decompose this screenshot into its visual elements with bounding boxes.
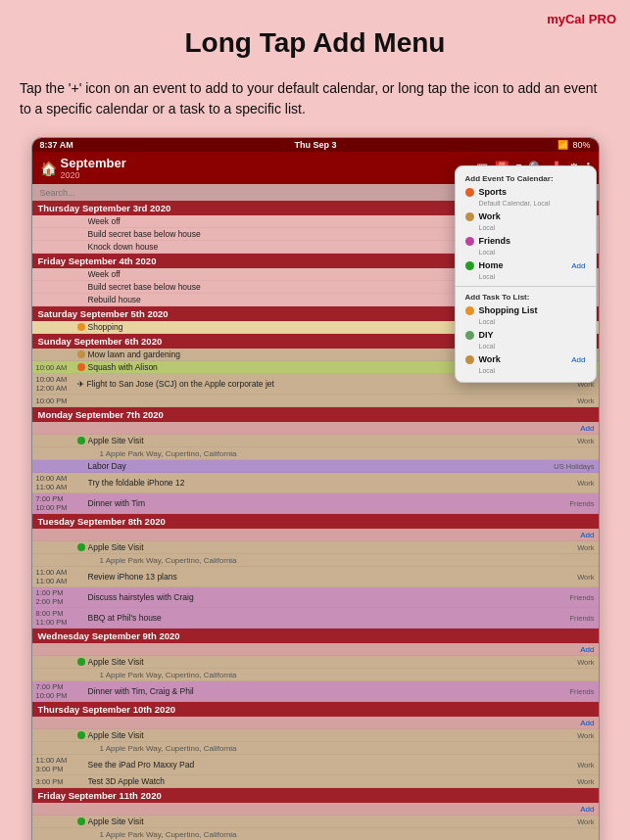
event-time: 10:00 AM 12:00 AM [36, 375, 77, 393]
device-frame: 8:37 AM Thu Sep 3 📶 80% 🏠 September 2020… [31, 137, 600, 840]
event-row: Apple Site VisitWork [32, 816, 599, 828]
event-time: 10:00 AM [36, 363, 77, 372]
popup-item-dot [465, 331, 474, 340]
popup-item-dot [465, 237, 474, 246]
event-row: Apple Site VisitWork [32, 541, 599, 554]
event-dot [77, 817, 85, 825]
popup-add-button[interactable]: Add [571, 355, 585, 364]
event-text: Apple Site Visit [88, 542, 574, 552]
add-event-row[interactable]: Add [32, 643, 599, 656]
popup-calendar-sub: Local [456, 224, 596, 233]
event-dot-spacer [77, 556, 85, 564]
event-dot [77, 543, 85, 551]
wifi-icon: 📶 [557, 140, 568, 150]
event-time: 11:00 AM 11:00 AM [36, 568, 77, 585]
page-title: Long Tap Add Menu [20, 27, 610, 59]
event-text: Labor Day [88, 461, 551, 471]
event-row: 7:00 PM 10:00 PMDinner with TimFriends [32, 493, 599, 514]
event-dot [77, 658, 85, 666]
event-dot-spacer [77, 449, 85, 457]
event-dot-spacer [77, 270, 85, 278]
day-header: Tuesday September 8th 2020 [32, 514, 599, 529]
popup-calendar-item-1[interactable]: Work [456, 209, 596, 224]
popup-list-item-1[interactable]: DIY [456, 327, 596, 343]
page-header: Long Tap Add Menu [0, 0, 630, 69]
event-time: 7:00 PM 10:00 PM [36, 682, 77, 700]
event-dot [77, 363, 85, 371]
add-event-row[interactable]: Add [32, 717, 599, 729]
event-dot-spacer [77, 283, 85, 291]
event-row: 1 Apple Park Way, Cupertino, California [32, 742, 599, 755]
event-time: 11:00 AM 3:00 PM [36, 756, 77, 773]
popup-add-button[interactable]: Add [571, 261, 585, 270]
status-time: 8:37 AM [40, 140, 73, 150]
event-calendar-label: Work [577, 731, 594, 740]
popup-divider [456, 286, 596, 287]
add-event-row[interactable]: Add [32, 803, 599, 816]
event-calendar-label: Friends [569, 614, 594, 623]
add-event-row[interactable]: Add [32, 422, 599, 435]
popup-calendar-sub: Local [456, 273, 596, 282]
nav-month: September [61, 156, 473, 170]
popup-list-name: DIY [479, 330, 586, 340]
event-calendar-label: US Holidays [554, 462, 594, 471]
event-text: Discuss hairstyles with Craig [88, 592, 566, 602]
event-row: Apple Site VisitWork [32, 656, 599, 669]
event-text: 1 Apple Park Way, Cupertino, California [88, 830, 595, 839]
event-calendar-label: Work [577, 397, 594, 405]
event-calendar-label: Work [577, 479, 594, 488]
event-calendar-label: Friends [569, 499, 594, 508]
popup-calendar-sub: Local [456, 249, 596, 257]
event-row: 11:00 AM 3:00 PMSee the iPad Pro Maxxy P… [32, 755, 599, 775]
event-row: 1 Apple Park Way, Cupertino, California [32, 828, 599, 840]
nav-year: 2020 [61, 170, 473, 180]
add-link[interactable]: Add [580, 805, 594, 814]
event-text: Test 3D Apple Watch [88, 776, 574, 786]
event-row: 1 Apple Park Way, Cupertino, California [32, 554, 599, 567]
event-dot-spacer [77, 479, 85, 487]
event-dot-spacer [77, 777, 85, 785]
event-calendar-label: Work [577, 437, 594, 445]
add-event-row[interactable]: Add [32, 529, 599, 541]
event-dot-spacer [77, 687, 85, 695]
event-text: BBQ at Phil's house [88, 613, 566, 623]
status-right: 📶 80% [557, 140, 590, 150]
event-calendar-label: Work [577, 777, 594, 786]
popup-calendar-item-2[interactable]: Friends [456, 233, 596, 249]
popup-calendar-name: Sports [479, 187, 586, 197]
add-link[interactable]: Add [580, 424, 594, 433]
page-subtitle: Tap the '+' icon on an event to add to y… [20, 78, 610, 119]
add-link[interactable]: Add [580, 531, 594, 539]
event-row: Apple Site VisitWork [32, 729, 599, 742]
event-text: Review iPhone 13 plans [88, 572, 574, 582]
popup-list-name: Shopping List [479, 305, 586, 315]
popup-list-item-2[interactable]: WorkAdd [456, 351, 596, 367]
event-text: Dinner with Tim, Craig & Phil [88, 686, 566, 696]
status-date: Thu Sep 3 [295, 140, 337, 150]
popup-item-dot [465, 355, 474, 364]
nav-title-area: September 2020 [61, 156, 473, 180]
event-text: See the iPad Pro Maxxy Pad [88, 760, 574, 770]
event-dot-spacer [77, 243, 85, 251]
add-link[interactable]: Add [580, 719, 594, 727]
popup-list-item-0[interactable]: Shopping List [456, 303, 596, 318]
add-link[interactable]: Add [580, 645, 594, 654]
popup-list-name: Work [479, 354, 572, 364]
event-calendar-label: Work [577, 761, 594, 770]
event-dot [77, 323, 85, 331]
event-dot-spacer [77, 499, 85, 507]
event-time: 7:00 PM 10:00 PM [36, 494, 77, 512]
event-text: Apple Site Visit [88, 657, 574, 667]
brand-label: myCal PRO [547, 12, 616, 26]
popup-list-sub: Local [456, 367, 596, 376]
event-dot [77, 731, 85, 739]
popup-calendar-name: Friends [479, 236, 586, 246]
popup-calendar-sub: Default Calendar, Local [456, 200, 596, 209]
popup-calendar-item-0[interactable]: Sports [456, 184, 596, 200]
home-icon[interactable]: 🏠 [40, 161, 57, 176]
popup-calendar-item-3[interactable]: HomeAdd [456, 257, 596, 273]
popup-add-task-title: Add Task To List: [456, 291, 596, 303]
event-row: 1 Apple Park Way, Cupertino, California [32, 669, 599, 681]
day-header: Thursday September 10th 2020 [32, 702, 599, 717]
event-time: 10:00 PM [36, 397, 77, 405]
